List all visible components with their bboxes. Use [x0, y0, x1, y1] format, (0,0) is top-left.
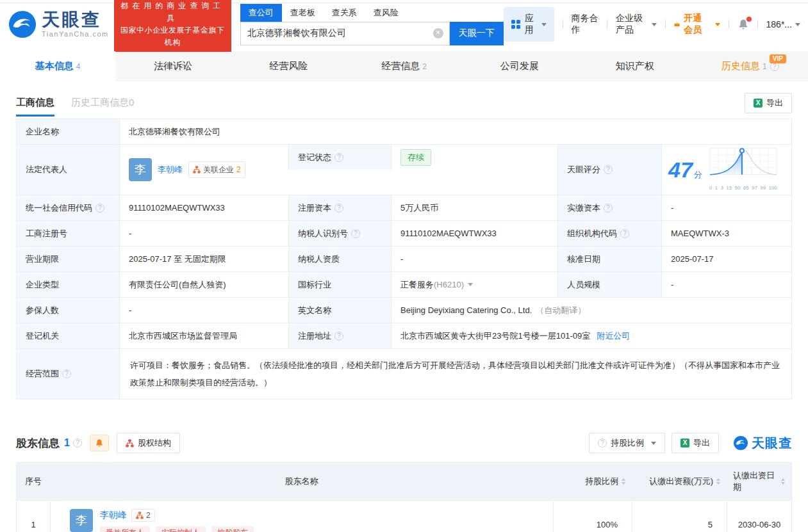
- search-button[interactable]: 天眼一下: [450, 22, 504, 45]
- nav-open-vip[interactable]: 开通会员: [673, 13, 720, 36]
- reg-number-value: -: [119, 221, 288, 246]
- nav-divider: [757, 20, 758, 29]
- user-phone-label: 186*...: [766, 19, 792, 29]
- tab-label: 基本信息: [35, 60, 74, 72]
- column-header-date[interactable]: 认缴出资日期: [727, 463, 791, 500]
- nav-divider: [665, 20, 666, 29]
- nav-business-cooperation[interactable]: 商务合作: [571, 13, 598, 36]
- header: 天眼查 TianYanCha.com 都在用的商业查询工具 国家中小企业发展子基…: [0, 3, 808, 45]
- staff-size-value: -: [661, 272, 791, 297]
- help-icon[interactable]: ?: [334, 332, 343, 341]
- user-account[interactable]: 186*...: [766, 19, 800, 29]
- legal-rep-name-link[interactable]: 李朝峰: [158, 163, 183, 176]
- shareholders-header: 股东信息 1 ? 股权结构 ? 持股比例 X 导出 天眼查: [16, 429, 792, 457]
- tab-basic-info[interactable]: 基本信息 4: [0, 51, 115, 81]
- chevron-down-icon[interactable]: [468, 283, 473, 286]
- related-companies-badge[interactable]: 关联企业 2: [188, 161, 245, 178]
- shareholder-name-link[interactable]: 李朝峰: [100, 510, 127, 521]
- column-header-ratio[interactable]: 持股比例: [553, 463, 632, 500]
- shareholder-no: 1: [17, 501, 50, 532]
- field-label-legal-rep: 法定代表人: [17, 145, 119, 195]
- apps-menu[interactable]: 应用: [504, 7, 554, 42]
- sort-icon[interactable]: [716, 478, 720, 485]
- score-value[interactable]: 47分: [661, 145, 791, 195]
- field-label-reg-status: 登记状态?: [288, 145, 391, 170]
- company-name-value: 北京德驿湘餐饮有限公司: [119, 119, 791, 144]
- tab-operation-risk[interactable]: 经营风险: [231, 51, 346, 81]
- search-input[interactable]: [241, 28, 449, 38]
- equity-structure-button[interactable]: 股权结构: [117, 433, 180, 453]
- shareholder-ratio: 100%: [553, 501, 632, 532]
- tab-company-development[interactable]: 公司发展: [462, 51, 577, 81]
- avatar[interactable]: 李: [70, 509, 93, 532]
- tag-controlling-shareholder[interactable]: 控股股东: [211, 526, 254, 532]
- search-input-wrap: ×: [240, 22, 450, 45]
- subtab-business-registration[interactable]: 工商信息: [16, 90, 54, 117]
- help-icon[interactable]: ?: [62, 369, 71, 378]
- search-tab-boss[interactable]: 查老板: [282, 4, 324, 22]
- help-icon[interactable]: ?: [334, 204, 343, 213]
- tianyancha-logo[interactable]: 天眼查 TianYanCha.com: [8, 10, 109, 39]
- field-label-business-term: 营业期限: [17, 246, 119, 271]
- score-distribution-chart: 013 155085 9799100: [709, 145, 780, 195]
- search-tab-risk[interactable]: 查风险: [365, 4, 407, 22]
- main-content: 工商信息 历史工商信息0 X 导出 企业名称 北京德驿湘餐饮有限公司 法定代表人…: [0, 89, 808, 532]
- field-label-approval-date: 核准日期: [557, 246, 661, 271]
- taxpayer-id-value: 91110102MAEQWTWX33: [391, 221, 557, 246]
- table-row: 经营范围? 许可项目：餐饮服务；食品销售。（依法须经批准的项目，经相关部门批准后…: [17, 348, 791, 399]
- business-info-subtabs: 工商信息 历史工商信息0 X 导出: [16, 89, 792, 117]
- apps-grid-icon: [511, 20, 520, 29]
- related-companies-label: 关联企业: [203, 163, 234, 176]
- export-button[interactable]: X 导出: [745, 93, 792, 113]
- tab-label: 经营信息: [381, 60, 420, 72]
- business-registration-table: 企业名称 北京德驿湘餐饮有限公司 法定代表人 李 李朝峰 关联企业 2 登记状态…: [16, 118, 792, 399]
- export-label: 导出: [766, 97, 783, 109]
- tab-count: 4: [76, 62, 81, 71]
- reg-authority-value: 北京市西城区市场监督管理局: [119, 323, 288, 348]
- field-label-taxpayer-id: 纳税人识别号?: [288, 221, 391, 246]
- sort-icon[interactable]: [781, 478, 785, 485]
- column-header-name: 股东名称: [50, 463, 553, 500]
- open-vip-label: 开通会员: [684, 13, 709, 36]
- help-icon[interactable]: ?: [604, 165, 613, 174]
- industry-code: (H6210): [434, 278, 464, 291]
- tab-history-info[interactable]: VIP 历史信息 1 ?: [693, 51, 808, 81]
- tianyancha-watermark: 天眼查: [733, 435, 792, 452]
- sort-icon[interactable]: [622, 478, 625, 485]
- industry-value[interactable]: 正餐服务 (H6210): [391, 272, 557, 297]
- reg-status-value: 存续: [391, 145, 557, 170]
- help-icon[interactable]: ?: [95, 204, 104, 213]
- field-label-insured-count: 参保人数: [17, 298, 119, 323]
- nearby-companies-link[interactable]: 附近公司: [597, 330, 630, 343]
- tab-count: 2: [422, 62, 427, 71]
- ratio-filter-button[interactable]: ? 持股比例: [589, 433, 665, 453]
- column-header-amount[interactable]: 认缴出资额(万元): [632, 463, 727, 500]
- related-companies-badge[interactable]: 2: [131, 509, 155, 522]
- field-label-industry: 国标行业: [288, 272, 391, 297]
- reg-capital-value: 5万人民币: [391, 195, 557, 220]
- nav-enterprise-products[interactable]: 企业级产品: [616, 13, 657, 36]
- english-name-value: Beijing Deyixiang Catering Co., Ltd. （自动…: [391, 298, 791, 323]
- clear-search-icon[interactable]: ×: [433, 28, 443, 38]
- subtab-history-registration[interactable]: 历史工商信息0: [71, 90, 134, 117]
- help-icon[interactable]: ?: [604, 204, 613, 213]
- export-shareholders-button[interactable]: X 导出: [672, 433, 719, 453]
- help-icon[interactable]: ?: [351, 229, 360, 238]
- avatar[interactable]: 李: [129, 158, 152, 181]
- help-icon[interactable]: ?: [620, 229, 629, 238]
- related-companies-count: 2: [146, 511, 151, 520]
- search-tab-relation[interactable]: 查关系: [324, 4, 365, 22]
- tag-actual-controller[interactable]: 实际控制人: [156, 526, 206, 532]
- tab-intellectual-property[interactable]: 知识产权: [577, 51, 693, 81]
- help-icon[interactable]: ?: [334, 153, 343, 162]
- table-row: 企业名称 北京德驿湘餐饮有限公司: [17, 119, 791, 144]
- tag-beneficial-owner[interactable]: 受益所有人: [100, 526, 150, 532]
- help-icon[interactable]: ?: [73, 439, 82, 447]
- tab-operation-info[interactable]: 经营信息 2: [346, 51, 461, 81]
- tab-legal-proceedings[interactable]: 法律诉讼: [115, 51, 231, 81]
- field-label-reg-authority: 登记机关: [17, 323, 119, 348]
- subscribe-bell-button[interactable]: [90, 435, 109, 451]
- search-tab-company[interactable]: 查公司: [240, 4, 282, 22]
- notification-bell[interactable]: [738, 19, 749, 30]
- watermark-text: 天眼查: [752, 435, 792, 452]
